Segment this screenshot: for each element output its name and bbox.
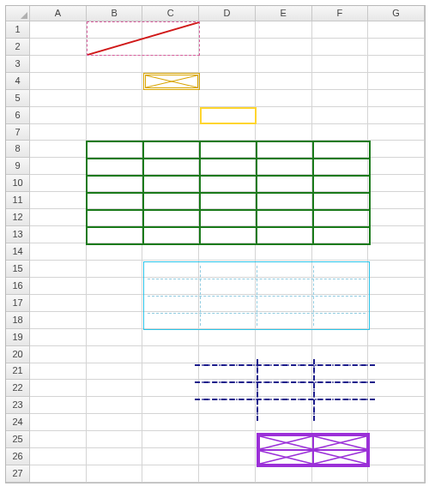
cell-D10[interactable] [199, 175, 256, 192]
cell-D21[interactable] [199, 363, 256, 381]
cell-F10[interactable] [312, 175, 369, 192]
cell-F4[interactable] [312, 73, 369, 90]
cell-E21[interactable] [256, 363, 312, 381]
cell-A3[interactable] [30, 56, 87, 73]
cell-B10[interactable] [87, 175, 143, 192]
cell-B16[interactable] [87, 278, 143, 295]
cell-C15[interactable] [142, 261, 199, 278]
cell-E27[interactable] [256, 465, 312, 483]
cell-F1[interactable] [312, 21, 369, 39]
row-header-23[interactable]: 23 [6, 397, 30, 414]
cell-F19[interactable] [312, 329, 369, 346]
cell-B9[interactable] [87, 158, 143, 175]
col-header-B[interactable]: B [87, 6, 143, 21]
cell-D23[interactable] [199, 397, 256, 414]
cell-E12[interactable] [256, 209, 312, 226]
cell-E5[interactable] [256, 90, 312, 107]
cell-B8[interactable] [87, 141, 143, 158]
cell-A21[interactable] [30, 363, 87, 381]
cell-E18[interactable] [256, 312, 312, 329]
cell-E8[interactable] [256, 141, 312, 158]
cell-F17[interactable] [312, 295, 369, 312]
cell-D26[interactable] [199, 448, 256, 465]
cell-C11[interactable] [142, 192, 199, 209]
cell-G20[interactable] [368, 346, 425, 363]
cell-B5[interactable] [87, 90, 143, 107]
cell-F15[interactable] [312, 261, 369, 278]
cell-D19[interactable] [199, 329, 256, 346]
cell-F8[interactable] [312, 141, 369, 158]
cell-E15[interactable] [256, 261, 312, 278]
cell-G7[interactable] [368, 124, 425, 141]
cell-D18[interactable] [199, 312, 256, 329]
col-header-C[interactable]: C [142, 6, 199, 21]
cell-D6[interactable] [199, 107, 256, 124]
row-header-15[interactable]: 15 [6, 261, 30, 278]
cell-E19[interactable] [256, 329, 312, 346]
cell-A18[interactable] [30, 312, 87, 329]
cell-G3[interactable] [368, 56, 425, 73]
cell-D11[interactable] [199, 192, 256, 209]
cell-C14[interactable] [142, 243, 199, 261]
cell-D2[interactable] [199, 39, 256, 56]
cell-E16[interactable] [256, 278, 312, 295]
row-header-13[interactable]: 13 [6, 226, 30, 243]
cell-G13[interactable] [368, 226, 425, 243]
cell-G16[interactable] [368, 278, 425, 295]
row-header-24[interactable]: 24 [6, 414, 30, 431]
cell-C8[interactable] [142, 141, 199, 158]
cell-E6[interactable] [256, 107, 312, 124]
cell-F24[interactable] [312, 414, 369, 431]
cell-F23[interactable] [312, 397, 369, 414]
row-header-22[interactable]: 22 [6, 380, 30, 397]
cell-D5[interactable] [199, 90, 256, 107]
row-header-4[interactable]: 4 [6, 73, 30, 90]
cell-C2[interactable] [142, 39, 199, 56]
cell-F14[interactable] [312, 243, 369, 261]
cell-G17[interactable] [368, 295, 425, 312]
cell-C16[interactable] [142, 278, 199, 295]
cell-F27[interactable] [312, 465, 369, 483]
row-header-25[interactable]: 25 [6, 431, 30, 448]
row-header-18[interactable]: 18 [6, 312, 30, 329]
cell-C6[interactable] [142, 107, 199, 124]
cell-C3[interactable] [142, 56, 199, 73]
cell-D14[interactable] [199, 243, 256, 261]
cell-D4[interactable] [199, 73, 256, 90]
cell-D27[interactable] [199, 465, 256, 483]
cell-A8[interactable] [30, 141, 87, 158]
cell-E17[interactable] [256, 295, 312, 312]
cell-A17[interactable] [30, 295, 87, 312]
cell-C20[interactable] [142, 346, 199, 363]
cell-A11[interactable] [30, 192, 87, 209]
cell-G12[interactable] [368, 209, 425, 226]
cell-B2[interactable] [87, 39, 143, 56]
cell-B7[interactable] [87, 124, 143, 141]
cell-F22[interactable] [312, 380, 369, 397]
cell-G11[interactable] [368, 192, 425, 209]
row-header-5[interactable]: 5 [6, 90, 30, 107]
row-header-7[interactable]: 7 [6, 124, 30, 141]
cell-D3[interactable] [199, 56, 256, 73]
cell-B12[interactable] [87, 209, 143, 226]
cell-B22[interactable] [87, 380, 143, 397]
cell-C12[interactable] [142, 209, 199, 226]
cell-C25[interactable] [142, 431, 199, 448]
cell-F16[interactable] [312, 278, 369, 295]
cell-E4[interactable] [256, 73, 312, 90]
cell-C7[interactable] [142, 124, 199, 141]
cell-B25[interactable] [87, 431, 143, 448]
col-header-F[interactable]: F [312, 6, 369, 21]
cell-E20[interactable] [256, 346, 312, 363]
row-header-9[interactable]: 9 [6, 158, 30, 175]
cell-B3[interactable] [87, 56, 143, 73]
cell-D9[interactable] [199, 158, 256, 175]
cell-A20[interactable] [30, 346, 87, 363]
cell-B14[interactable] [87, 243, 143, 261]
cell-F11[interactable] [312, 192, 369, 209]
row-header-20[interactable]: 20 [6, 346, 30, 363]
col-header-D[interactable]: D [199, 6, 256, 21]
cell-G1[interactable] [368, 21, 425, 39]
cell-E1[interactable] [256, 21, 312, 39]
cell-G22[interactable] [368, 380, 425, 397]
